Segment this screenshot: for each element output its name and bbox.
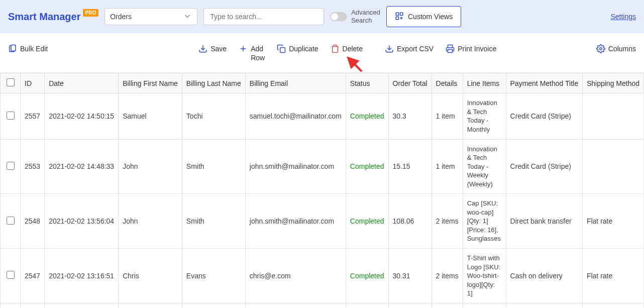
col-billing-first-name[interactable]: Billing First Name (119, 73, 182, 93)
bulk-edit-button[interactable]: Bulk Edit (8, 44, 48, 55)
cell-order-total[interactable]: 108.06 (388, 194, 432, 249)
cell-id[interactable]: 2546 (21, 303, 45, 308)
cell-order-total[interactable]: 15.15 (388, 139, 432, 194)
cell-id[interactable]: 2553 (21, 139, 45, 194)
delete-label: Delete (343, 44, 363, 53)
cell-order-total[interactable]: 30.31 (388, 249, 432, 303)
cell-payment-method[interactable]: Credit Card (Stripe) (506, 93, 582, 139)
cell-details[interactable]: 2 items (432, 249, 463, 303)
cell-email[interactable]: chris@e.com (245, 249, 346, 303)
cell-line-items[interactable]: T-Shirt with Logo [SKU: Woo-tshirt-logo]… (463, 249, 506, 303)
print-invoice-button[interactable]: Print Invoice (446, 44, 496, 62)
cell-payment-method[interactable]: Check payments (506, 303, 582, 308)
cell-line-items[interactable]: Innovation & Tech Today - Weekly (Weekly… (463, 139, 506, 194)
cell-date[interactable]: 2021-02-02 13:15:24 (45, 303, 119, 308)
table-row[interactable]: 2557 2021-02-02 14:50:15 Samuel Tochi sa… (1, 93, 644, 139)
cell-id[interactable]: 2547 (21, 249, 45, 303)
cell-status[interactable]: On hold (346, 303, 388, 308)
cell-shipping-method[interactable]: Flat rate (582, 303, 643, 308)
row-checkbox[interactable] (7, 271, 15, 279)
col-date[interactable]: Date (45, 73, 119, 93)
cell-line-items[interactable]: Sunglasses [SKU: woo-sunglasses][Qty: 1]… (463, 303, 506, 308)
cell-date[interactable]: 2021-02-02 14:48:33 (45, 139, 119, 194)
col-id[interactable]: ID (21, 73, 45, 93)
cell-details[interactable]: 2 items (432, 194, 463, 249)
cell-status[interactable]: Completed (346, 93, 388, 139)
trash-icon (331, 44, 340, 55)
cell-status[interactable]: Completed (346, 249, 388, 303)
columns-button[interactable]: Columns (596, 44, 636, 55)
col-status[interactable]: Status (346, 73, 388, 93)
cell-details[interactable]: 3 items (432, 303, 463, 308)
cell-last-name[interactable]: Evans (182, 303, 245, 308)
duplicate-icon (277, 44, 286, 55)
cell-order-total[interactable]: 30.3 (388, 93, 432, 139)
cell-details[interactable]: 1 item (432, 93, 463, 139)
cell-shipping-method[interactable] (582, 93, 643, 139)
cell-first-name[interactable]: Chris (119, 303, 182, 308)
cell-details[interactable]: 1 item (432, 139, 463, 194)
svg-rect-0 (396, 13, 398, 15)
cell-last-name[interactable]: Evans (182, 249, 245, 303)
cell-date[interactable]: 2021-02-02 13:16:51 (45, 249, 119, 303)
custom-views-button[interactable]: Custom Views (386, 6, 461, 27)
col-billing-email[interactable]: Billing Email (245, 73, 346, 93)
cell-shipping-method[interactable]: Flat rate (582, 194, 643, 249)
cell-status[interactable]: Completed (346, 194, 388, 249)
cell-email[interactable]: chris@e.com (245, 303, 346, 308)
cell-id[interactable]: 2557 (21, 93, 45, 139)
cell-order-total[interactable]: 128.26 (388, 303, 432, 308)
advanced-search-toggle[interactable] (330, 12, 347, 21)
table-row[interactable]: 2547 2021-02-02 13:16:51 Chris Evans chr… (1, 249, 644, 303)
cell-email[interactable]: john.smith@mailinator.com (245, 194, 346, 249)
plus-icon (239, 44, 248, 55)
row-checkbox[interactable] (7, 112, 15, 120)
cell-payment-method[interactable]: Cash on delivery (506, 249, 582, 303)
table-row[interactable]: 2546 2021-02-02 13:15:24 Chris Evans chr… (1, 303, 644, 308)
col-billing-last-name[interactable]: Billing Last Name (182, 73, 245, 93)
delete-button[interactable]: Delete (331, 44, 363, 62)
cell-last-name[interactable]: Smith (182, 194, 245, 249)
export-csv-button[interactable]: Export CSV (385, 44, 434, 62)
cell-shipping-method[interactable] (582, 139, 643, 194)
cell-email[interactable]: john.smith@mailinator.com (245, 139, 346, 194)
cell-status[interactable]: Completed (346, 139, 388, 194)
save-button[interactable]: Save (198, 44, 227, 62)
row-checkbox[interactable] (7, 217, 15, 225)
cell-date[interactable]: 2021-02-02 13:56:04 (45, 194, 119, 249)
col-line-items[interactable]: Line Items (463, 73, 506, 93)
cell-line-items[interactable]: Cap [SKU: woo-cap][Qty: 1][Price: 16], S… (463, 194, 506, 249)
table-row[interactable]: 2553 2021-02-02 14:48:33 John Smith john… (1, 139, 644, 194)
cell-line-items[interactable]: Innovation & Tech Today - Monthly (463, 93, 506, 139)
add-row-button[interactable]: Add Row (239, 44, 265, 62)
svg-point-13 (600, 48, 602, 50)
cell-date[interactable]: 2021-02-02 14:50:15 (45, 93, 119, 139)
cell-last-name[interactable]: Tochi (182, 93, 245, 139)
cell-first-name[interactable]: Chris (119, 249, 182, 303)
settings-link[interactable]: Settings (610, 13, 636, 21)
advanced-search-label: Advanced Search (351, 9, 380, 24)
col-order-total[interactable]: Order Total (388, 73, 432, 93)
cell-last-name[interactable]: Smith (182, 139, 245, 194)
entity-select[interactable]: Orders (104, 8, 197, 25)
col-details[interactable]: Details (432, 73, 463, 93)
col-payment-method[interactable]: Payment Method Title (506, 73, 582, 93)
duplicate-button[interactable]: Duplicate (277, 44, 318, 62)
cell-first-name[interactable]: Samuel (119, 93, 182, 139)
add-row-label: Add Row (251, 44, 265, 62)
svg-rect-12 (448, 50, 453, 53)
cell-payment-method[interactable]: Direct bank transfer (506, 194, 582, 249)
app-title: Smart Manager PRO (8, 11, 98, 23)
cell-first-name[interactable]: John (119, 139, 182, 194)
orders-table-wrap: ID Date Billing First Name Billing Last … (0, 73, 644, 308)
cell-shipping-method[interactable]: Flat rate (582, 249, 643, 303)
select-all-checkbox[interactable] (7, 78, 15, 86)
row-checkbox[interactable] (7, 162, 15, 170)
cell-first-name[interactable]: John (119, 194, 182, 249)
table-row[interactable]: 2548 2021-02-02 13:56:04 John Smith john… (1, 194, 644, 249)
cell-email[interactable]: samuel.tochi@mailinator.com (245, 93, 346, 139)
col-shipping-method[interactable]: Shipping Method (582, 73, 643, 93)
cell-id[interactable]: 2548 (21, 194, 45, 249)
cell-payment-method[interactable]: Credit Card (Stripe) (506, 139, 582, 194)
search-input[interactable] (203, 8, 324, 25)
